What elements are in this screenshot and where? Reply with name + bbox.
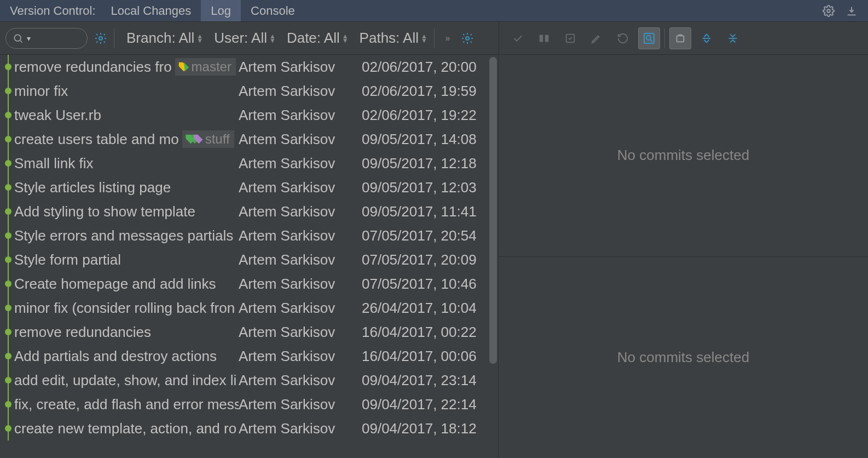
commit-message: Small link fix <box>14 155 239 172</box>
commit-row[interactable]: Add partials and destroy actionsArtem Sa… <box>0 344 498 368</box>
branch-tag[interactable]: stuff <box>182 130 234 148</box>
detail-files-placeholder: No commits selected <box>499 55 868 257</box>
commit-message: Style errors and messages partials <box>14 227 239 244</box>
branch-tag[interactable]: master <box>175 58 236 76</box>
tab-console[interactable]: Console <box>241 0 305 21</box>
commit-date: 09/04/2017, 22:14 <box>356 396 488 413</box>
hide-icon[interactable] <box>845 4 858 18</box>
edit-source-icon[interactable] <box>559 27 581 49</box>
commit-message: create users table and mostuff <box>14 130 239 148</box>
commit-message: Add partials and destroy actions <box>14 348 239 365</box>
tab-local-changes[interactable]: Local Changes <box>101 0 201 21</box>
commit-row[interactable]: Style form partialArtem Sarkisov07/05/20… <box>0 248 498 272</box>
tab-log[interactable]: Log <box>201 0 241 21</box>
filter-date[interactable]: Date: All▲▼ <box>287 30 349 47</box>
commit-date: 09/04/2017, 23:14 <box>356 372 488 389</box>
commit-row[interactable]: add edit, update, show, and index liArte… <box>0 368 498 392</box>
svg-rect-5 <box>545 35 548 42</box>
commit-row[interactable]: create new template, action, and roArtem… <box>0 416 498 440</box>
commit-message: remove redundancies fromaster <box>14 58 239 76</box>
commit-date: 09/05/2017, 12:03 <box>356 179 488 196</box>
filter-paths[interactable]: Paths: All▲▼ <box>360 30 427 47</box>
svg-point-1 <box>14 35 21 41</box>
commit-author: Artem Sarkisov <box>239 300 356 317</box>
filter-branch[interactable]: Branch: All▲▼ <box>126 30 203 47</box>
commit-author: Artem Sarkisov <box>239 348 356 365</box>
commit-row[interactable]: create users table and mostuffArtem Sark… <box>0 127 498 151</box>
commit-date: 02/06/2017, 19:22 <box>356 107 488 124</box>
commit-date: 09/05/2017, 12:18 <box>356 155 488 172</box>
commit-row[interactable]: remove redundancies fromasterArtem Sarki… <box>0 55 498 79</box>
cherry-pick-icon[interactable] <box>507 27 529 49</box>
expand-all-icon[interactable] <box>696 27 717 49</box>
commit-row[interactable]: fix, create, add flash and error messArt… <box>0 392 498 416</box>
graph-node <box>2 320 14 344</box>
commit-author: Artem Sarkisov <box>239 107 356 124</box>
svg-point-3 <box>466 37 469 40</box>
commit-author: Artem Sarkisov <box>239 155 356 172</box>
content-area: remove redundancies fromasterArtem Sarki… <box>0 55 868 458</box>
graph-node <box>2 199 14 224</box>
svg-rect-4 <box>540 35 543 42</box>
revert-icon[interactable] <box>612 27 634 49</box>
search-input[interactable]: ▾ <box>5 28 88 49</box>
commit-list[interactable]: remove redundancies fromasterArtem Sarki… <box>0 55 498 458</box>
detail-toolbar <box>499 22 868 55</box>
graph-node <box>2 344 14 368</box>
commit-message: create new template, action, and ro <box>14 420 239 437</box>
commit-author: Artem Sarkisov <box>239 131 356 148</box>
svg-rect-7 <box>644 33 654 43</box>
commit-message: fix, create, add flash and error mess <box>14 396 239 413</box>
toolbar-divider <box>114 28 114 48</box>
tabs-container: Local ChangesLogConsole <box>101 0 305 21</box>
regex-gear-icon[interactable] <box>94 32 107 45</box>
commit-message: minor fix <box>14 83 239 100</box>
commit-row[interactable]: Style articles listing pageArtem Sarkiso… <box>0 175 498 199</box>
commit-date: 09/05/2017, 11:41 <box>356 203 488 220</box>
preview-diff-icon[interactable] <box>638 27 660 49</box>
expand-more-icon[interactable]: » <box>441 32 454 45</box>
svg-point-8 <box>646 36 651 40</box>
group-icon[interactable] <box>669 27 691 49</box>
commit-message: Add styling to show template <box>14 203 239 220</box>
compare-icon[interactable] <box>533 27 555 49</box>
commit-date: 07/05/2017, 20:54 <box>356 227 488 244</box>
commit-row[interactable]: Create homepage and add linksArtem Sarki… <box>0 272 498 296</box>
commit-row[interactable]: Small link fixArtem Sarkisov09/05/2017, … <box>0 151 498 175</box>
commit-row[interactable]: remove redundanciesArtem Sarkisov16/04/2… <box>0 320 498 344</box>
commit-author: Artem Sarkisov <box>239 251 356 268</box>
commit-row[interactable]: minor fixArtem Sarkisov02/06/2017, 19:59 <box>0 79 498 103</box>
commit-row[interactable]: Add styling to show templateArtem Sarkis… <box>0 199 498 224</box>
commit-date: 09/05/2017, 14:08 <box>356 131 488 148</box>
header-icons <box>822 4 864 18</box>
commit-row[interactable]: Style errors and messages partialsArtem … <box>0 224 498 248</box>
search-dropdown-caret[interactable]: ▾ <box>27 34 31 43</box>
commit-date: 07/05/2017, 20:09 <box>356 251 488 268</box>
commit-author: Artem Sarkisov <box>239 372 356 389</box>
filter-user[interactable]: User: All▲▼ <box>214 30 276 47</box>
graph-node <box>2 296 14 320</box>
graph-node <box>2 55 14 79</box>
commit-author: Artem Sarkisov <box>239 324 356 341</box>
settings-gear-icon[interactable] <box>461 32 474 45</box>
scrollbar[interactable] <box>489 57 497 364</box>
gear-icon[interactable] <box>822 4 835 18</box>
commit-row[interactable]: tweak User.rbArtem Sarkisov02/06/2017, 1… <box>0 103 498 127</box>
graph-node <box>2 392 14 416</box>
commit-message: Style form partial <box>14 251 239 268</box>
graph-node <box>2 416 14 440</box>
commit-date: 09/04/2017, 18:12 <box>356 420 488 437</box>
collapse-all-icon[interactable] <box>722 27 744 49</box>
svg-point-2 <box>99 37 102 40</box>
commit-date: 16/04/2017, 00:06 <box>356 348 488 365</box>
graph-node <box>2 103 14 127</box>
commit-message: Create homepage and add links <box>14 276 239 293</box>
graph-node <box>2 151 14 175</box>
commit-author: Artem Sarkisov <box>239 59 356 76</box>
edit-icon[interactable] <box>586 27 607 49</box>
graph-node <box>2 127 14 151</box>
svg-rect-9 <box>677 36 684 42</box>
commit-row[interactable]: minor fix (consider rolling back fronArt… <box>0 296 498 320</box>
commit-date: 02/06/2017, 19:59 <box>356 83 488 100</box>
graph-node <box>2 272 14 296</box>
